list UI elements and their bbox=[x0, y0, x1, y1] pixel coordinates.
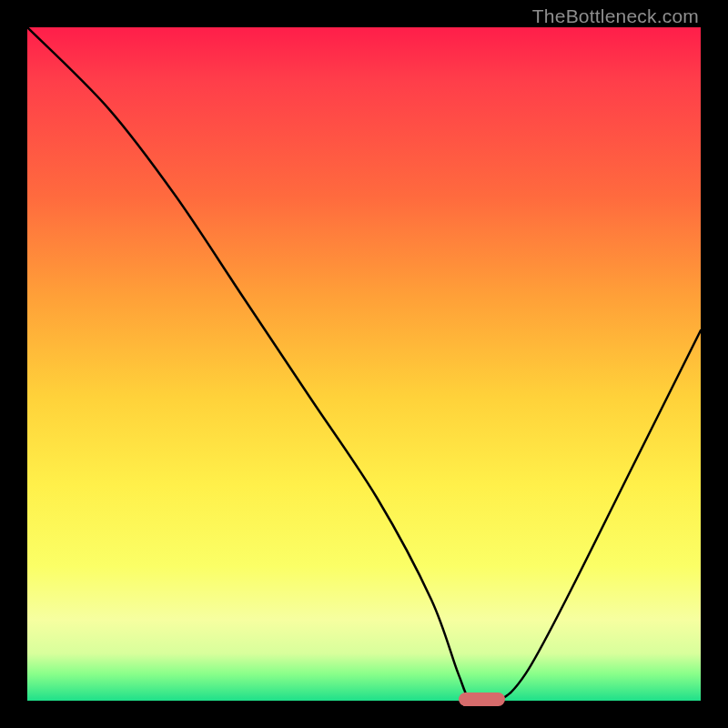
plot-area bbox=[27, 27, 701, 701]
chart-frame: TheBottleneck.com bbox=[0, 0, 728, 728]
watermark-text: TheBottleneck.com bbox=[532, 5, 699, 27]
bottleneck-curve bbox=[27, 27, 701, 701]
optimum-marker bbox=[459, 693, 506, 706]
